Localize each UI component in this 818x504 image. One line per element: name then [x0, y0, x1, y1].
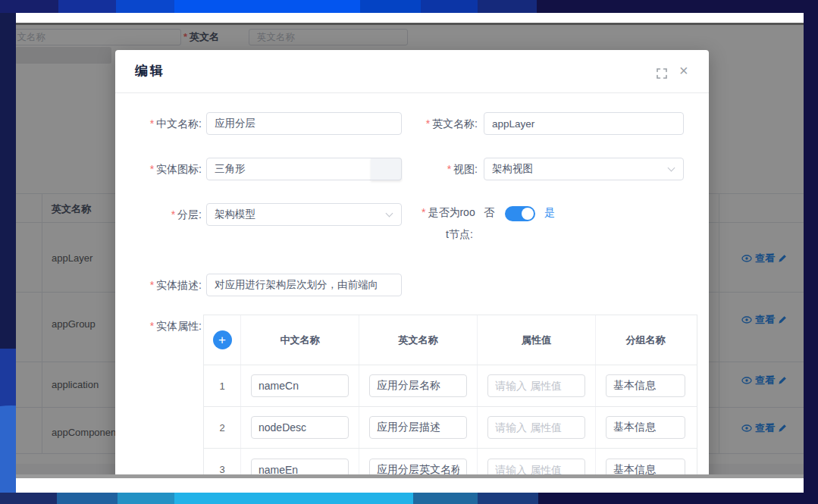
- layer-label: *分层:: [115, 203, 202, 226]
- edit-modal: 编辑 × *中文名称: *英文名称: *实体图标: *视图: 架构视图 *分层:: [115, 50, 709, 478]
- attr-header-name-cn: 中文名称: [240, 315, 359, 365]
- attr-name-cn-input[interactable]: [251, 374, 349, 397]
- is-root-label-line2: t节点:: [446, 228, 473, 242]
- attr-group-input[interactable]: [606, 416, 685, 439]
- frame-segment: [57, 493, 118, 504]
- entity-icon-input[interactable]: [206, 158, 371, 180]
- frame-segment: [538, 493, 818, 504]
- add-attribute-button[interactable]: +: [213, 330, 232, 349]
- name-cn-label: *中文名称:: [115, 112, 202, 135]
- attr-table-header-row: + 中文名称 英文名称 属性值 分组名称: [204, 315, 697, 365]
- entity-desc-label: *实体描述:: [115, 274, 202, 296]
- row-index: 2: [204, 407, 240, 448]
- attr-table-row: 2: [204, 407, 697, 449]
- entity-icon-label: *实体图标:: [115, 158, 202, 180]
- attr-header-name-en: 英文名称: [359, 315, 477, 365]
- view-label: *视图:: [391, 158, 478, 180]
- frame-segment: [0, 493, 57, 504]
- name-en-input[interactable]: [484, 112, 684, 135]
- entity-attrs-label: *实体属性:: [115, 315, 202, 337]
- frame-segment: [174, 0, 360, 13]
- attr-name-en-input[interactable]: [369, 374, 467, 397]
- frame-segment: [118, 493, 174, 504]
- frame-segment: [116, 0, 174, 13]
- attr-name-en-input[interactable]: [369, 416, 467, 439]
- close-icon[interactable]: ×: [679, 63, 688, 78]
- fullscreen-icon[interactable]: [657, 68, 667, 82]
- layer-select-value: 架构模型: [215, 208, 255, 220]
- frame-segment: [537, 0, 818, 13]
- name-en-label: *英文名称:: [391, 112, 478, 135]
- frame-segment: [413, 493, 478, 504]
- chevron-down-icon: [386, 210, 393, 218]
- frame-bottom-bar: [0, 493, 818, 504]
- modal-title: 编辑: [135, 62, 165, 80]
- view-select[interactable]: 架构视图: [484, 158, 684, 180]
- toggle-on-text: 是: [544, 206, 555, 220]
- attr-table: + 中文名称 英文名称 属性值 分组名称 1 2: [203, 315, 697, 478]
- frame-right-strip: [804, 0, 818, 504]
- attr-name-cn-input[interactable]: [251, 416, 349, 439]
- layer-select[interactable]: 架构模型: [206, 203, 402, 226]
- frame-segment: [58, 0, 116, 13]
- attr-table-row: 1: [204, 365, 697, 407]
- view-select-value: 架构视图: [492, 163, 533, 174]
- frame-segment: [360, 0, 421, 13]
- app-bottom-edge: [16, 474, 804, 478]
- chevron-down-icon: [668, 164, 675, 172]
- frame-segment: [478, 0, 537, 13]
- attr-group-input[interactable]: [606, 374, 685, 397]
- frame-segment: [174, 493, 413, 504]
- attr-value-input[interactable]: [487, 374, 585, 397]
- frame-segment: [478, 493, 538, 504]
- attr-value-input[interactable]: [487, 416, 585, 439]
- name-cn-input[interactable]: [206, 112, 402, 135]
- toggle-off-text: 否: [484, 206, 494, 220]
- frame-segment: [0, 0, 58, 13]
- row-index: 1: [204, 365, 240, 406]
- entity-desc-input[interactable]: [206, 274, 402, 296]
- frame-left-strip: [0, 13, 16, 349]
- screenshot-canvas: *英文名 英文名称 appLayer appGroup application …: [0, 0, 818, 504]
- frame-segment: [421, 0, 478, 13]
- app-window: *英文名 英文名称 appLayer appGroup application …: [16, 23, 804, 478]
- frame-top-bar: [0, 0, 818, 13]
- toggle-knob: [522, 208, 534, 220]
- is-root-label-line1: *是否为roo: [422, 206, 475, 220]
- attr-header-value: 属性值: [477, 315, 595, 365]
- attr-header-group: 分组名称: [595, 315, 695, 365]
- is-root-toggle[interactable]: [505, 206, 535, 221]
- modal-divider: [115, 92, 709, 93]
